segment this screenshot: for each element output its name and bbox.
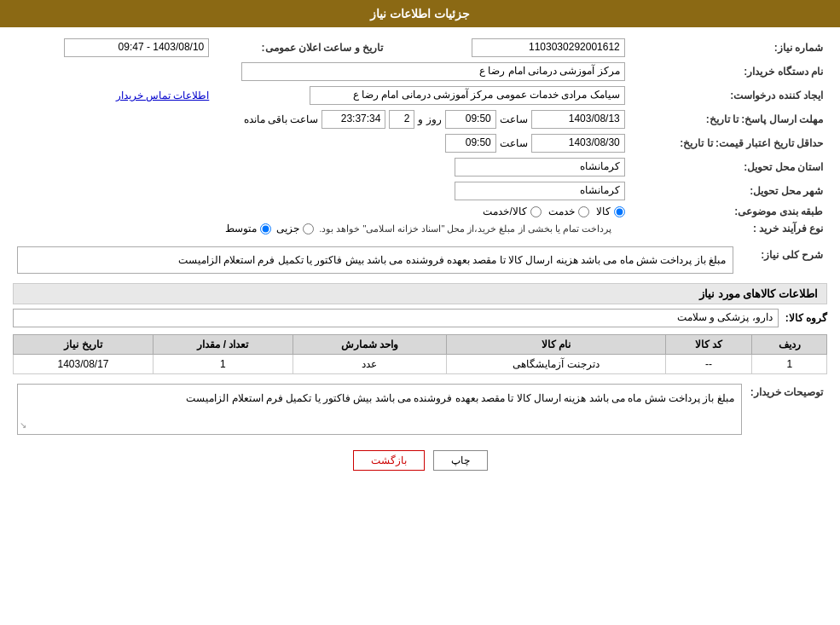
announce-date-value: 1403/08/10 - 09:47 — [64, 38, 209, 57]
send-deadline-time: 09:50 — [445, 110, 496, 129]
category-goods-service-radio[interactable]: کالا/خدمت — [483, 205, 541, 217]
col-unit: واحد شمارش — [293, 335, 446, 355]
send-deadline-label: مهلت ارسال پاسخ: تا تاریخ: — [629, 107, 827, 131]
creator-value: سیامک مرادی خدمات عمومی مرکز آموزشی درما… — [310, 86, 625, 105]
buyer-notes-label: توصیحات خریدار: — [746, 381, 827, 437]
city-label: شهر محل تحویل: — [629, 179, 827, 203]
creator-label: ایجاد کننده درخواست: — [629, 84, 827, 107]
category-goods-service-label: کالا/خدمت — [483, 205, 526, 217]
table-row: 1 -- دترجنت آزمایشگاهی عدد 1 1403/08/17 — [14, 355, 827, 374]
category-goods-service-input[interactable] — [530, 206, 542, 217]
price-deadline-label: حداقل تاریخ اعتبار قیمت: تا تاریخ: — [629, 131, 827, 155]
process-partial-radio[interactable]: جزیی — [276, 223, 314, 234]
send-deadline-days-label: روز و — [418, 113, 441, 125]
category-service-label: خدمت — [548, 205, 575, 217]
buyer-name-label: نام دستگاه خریدار: — [629, 60, 827, 84]
category-goods-label: کالا — [596, 205, 611, 217]
province-value: کرمانشاه — [455, 158, 625, 177]
print-button[interactable]: چاپ — [433, 450, 488, 471]
price-deadline-date: 1403/08/30 — [531, 134, 625, 153]
category-service-input[interactable] — [578, 206, 589, 217]
bottom-buttons: چاپ بازگشت — [13, 450, 827, 471]
send-deadline-date: 1403/08/13 — [531, 110, 625, 129]
send-deadline-remaining-label: ساعت باقی مانده — [244, 113, 319, 125]
need-number-label: شماره نیاز: — [629, 36, 827, 60]
province-label: استان محل تحویل: — [629, 155, 827, 179]
cell-code: -- — [665, 355, 752, 374]
cell-qty: 1 — [154, 355, 293, 374]
col-row: ردیف — [752, 335, 827, 355]
col-name: نام کالا — [447, 335, 666, 355]
cell-date: 1403/08/17 — [14, 355, 154, 374]
process-label: نوع فرآیند خرید : — [629, 220, 827, 237]
cell-name: دترجنت آزمایشگاهی — [447, 355, 666, 374]
needs-table: ردیف کد کالا نام کالا واحد شمارش تعداد /… — [13, 334, 827, 374]
price-deadline-time-label: ساعت — [500, 137, 528, 149]
process-medium-label: متوسط — [225, 223, 257, 234]
process-partial-label: جزیی — [276, 223, 299, 234]
price-deadline-time: 09:50 — [445, 134, 496, 153]
process-medium-input[interactable] — [260, 223, 271, 234]
col-code: کد کالا — [665, 335, 752, 355]
back-button[interactable]: بازگشت — [353, 450, 425, 471]
description-section-label: شرح کلی نیاز: — [738, 244, 827, 276]
category-goods-input[interactable] — [614, 206, 625, 217]
col-qty: تعداد / مقدار — [154, 335, 293, 355]
page-header: جزئیات اطلاعات نیاز — [0, 0, 840, 27]
header-title: جزئیات اطلاعات نیاز — [370, 7, 470, 20]
announce-date-label: تاریخ و ساعت اعلان عمومی: — [213, 36, 387, 60]
city-value: کرمانشاه — [455, 182, 625, 200]
process-partial-input[interactable] — [303, 223, 314, 234]
category-goods-radio[interactable]: کالا — [596, 205, 625, 217]
send-deadline-time-label: ساعت — [500, 113, 528, 125]
process-medium-radio[interactable]: متوسط — [225, 223, 271, 234]
need-number-value: 1103030292001612 — [472, 38, 625, 57]
description-text: مبلغ باز پرداخت شش ماه می باشد هزینه ارس… — [17, 246, 733, 274]
resize-icon: ↘ — [20, 418, 26, 432]
cell-row: 1 — [752, 355, 827, 374]
col-date: تاریخ نیاز — [14, 335, 154, 355]
group-value: دارو، پزشکی و سلامت — [13, 309, 779, 327]
process-note: پرداخت تمام یا بخشی از مبلغ خرید،از محل … — [319, 223, 611, 234]
contact-link[interactable]: اطلاعات تماس خریدار — [116, 90, 210, 101]
buyer-name-value: مرکز آموزشی درمانی امام رضا ع — [241, 62, 625, 81]
buyer-notes-box: مبلغ باز پرداخت شش ماه می باشد هزینه ارس… — [17, 384, 742, 435]
group-label: گروه کالا: — [779, 312, 827, 324]
send-deadline-remaining: 23:37:34 — [322, 110, 385, 129]
cell-unit: عدد — [293, 355, 446, 374]
send-deadline-days: 2 — [389, 110, 414, 129]
goods-info-header: اطلاعات کالاهای مورد نیاز — [13, 283, 827, 304]
category-service-radio[interactable]: خدمت — [548, 205, 589, 217]
category-label: طبقه بندی موضوعی: — [629, 203, 827, 220]
